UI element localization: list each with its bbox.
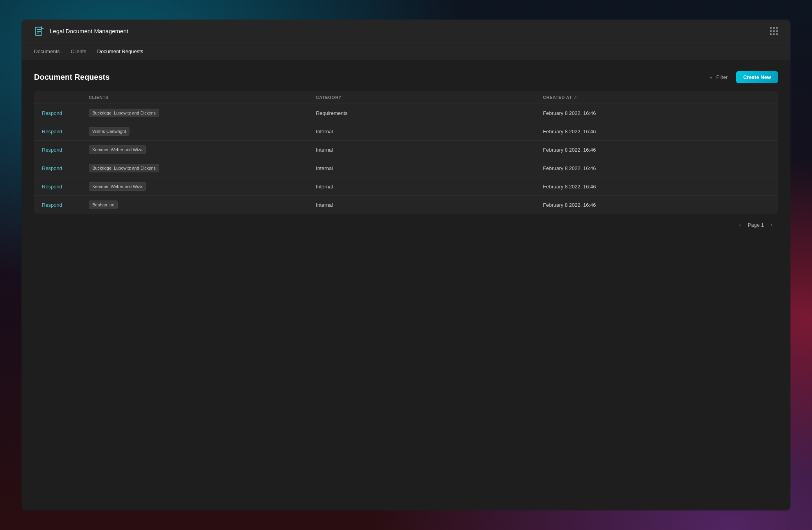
sort-icon: ↗ [573,95,577,100]
table-row: Respond Buckridge, Lubowitz and Dickens … [34,104,778,122]
client-badge-6: Beahan Inc [89,201,118,209]
table-row: Respond Willms-Cartwright Internal Febru… [34,122,778,141]
category-1: Requirements [316,110,543,116]
respond-link-6[interactable]: Respond [42,202,89,208]
category-5: Internal [316,184,543,190]
page-title: Document Requests [34,73,110,82]
table-row: Respond Buckridge, Lubowitz and Dickens … [34,159,778,177]
date-3: February 8 2022, 16:46 [543,147,770,153]
app-container: Legal Document Management Documents Clie… [22,20,790,510]
respond-link-3[interactable]: Respond [42,147,89,153]
table-header: CLIENTS CATEGORY CREATED AT ↗ [34,91,778,104]
header-left: Legal Document Management [34,26,128,37]
table-row: Respond Kemmer, Weber and Wiza Internal … [34,141,778,159]
create-new-button[interactable]: Create New [736,71,778,83]
col-header-action [42,95,89,100]
document-management-icon [34,26,45,37]
client-badge-1: Buckridge, Lubowitz and Dickens [89,109,159,117]
prev-page-button[interactable]: ‹ [735,220,745,229]
navigation: Documents Clients Document Requests [22,43,790,60]
next-page-button[interactable]: › [767,220,776,229]
nav-document-requests[interactable]: Document Requests [97,47,144,56]
category-6: Internal [316,202,543,208]
category-3: Internal [316,147,543,153]
date-5: February 8 2022, 16:46 [543,184,770,190]
nav-clients[interactable]: Clients [71,47,86,56]
date-4: February 8 2022, 16:46 [543,165,770,171]
col-header-category: CATEGORY [316,95,543,100]
page-label: Page 1 [748,222,764,228]
filter-label: Filter [716,74,728,80]
table-container: CLIENTS CATEGORY CREATED AT ↗ Respond Bu… [34,91,778,214]
page-actions: Filter Create New [704,71,778,83]
col-header-clients: CLIENTS [89,95,316,100]
category-2: Internal [316,129,543,134]
filter-button[interactable]: Filter [704,72,731,82]
app-menu-button[interactable] [770,27,778,35]
nav-documents[interactable]: Documents [34,47,60,56]
date-6: February 8 2022, 16:46 [543,202,770,208]
client-badge-2: Willms-Cartwright [89,127,129,136]
date-2: February 8 2022, 16:46 [543,129,770,134]
table-row: Respond Kemmer, Weber and Wiza Internal … [34,177,778,196]
pagination: ‹ Page 1 › [34,220,778,229]
respond-link-2[interactable]: Respond [42,129,89,134]
col-header-created-at: CREATED AT ↗ [543,95,770,100]
page-header: Document Requests Filter Create New [34,71,778,83]
client-badge-4: Buckridge, Lubowitz and Dickens [89,164,159,172]
table-row: Respond Beahan Inc Internal February 8 2… [34,196,778,214]
respond-link-4[interactable]: Respond [42,165,89,171]
date-1: February 8 2022, 16:46 [543,110,770,116]
client-badge-3: Kemmer, Weber and Wiza [89,145,146,154]
filter-icon [708,75,714,80]
app-title: Legal Document Management [50,28,128,34]
header: Legal Document Management [22,20,790,43]
client-badge-5: Kemmer, Weber and Wiza [89,182,146,191]
respond-link-5[interactable]: Respond [42,184,89,190]
main-content: Document Requests Filter Create New [22,60,790,510]
category-4: Internal [316,165,543,171]
respond-link-1[interactable]: Respond [42,110,89,116]
